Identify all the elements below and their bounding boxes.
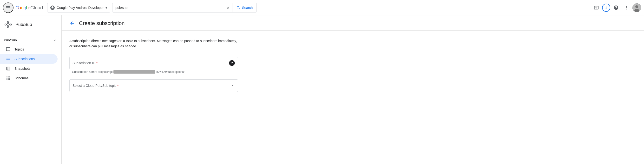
svg-point-19 <box>10 24 12 25</box>
topic-select-label: Select a Cloud Pub/Sub topic * <box>72 84 230 88</box>
more-options-button[interactable] <box>622 3 632 12</box>
search-clear-button[interactable] <box>224 5 232 10</box>
sidebar-item-schemas-label: Schemas <box>14 76 28 80</box>
sidebar-item-snapshots[interactable]: Snapshots <box>0 64 58 73</box>
svg-point-16 <box>8 21 9 23</box>
topic-selector-field: Select a Cloud Pub/Sub topic * <box>69 79 636 92</box>
pubsub-logo <box>4 20 12 29</box>
svg-point-13 <box>635 5 638 8</box>
snapshot-icon <box>6 66 10 71</box>
search-input[interactable] <box>112 6 224 10</box>
required-star: * <box>96 61 98 65</box>
search-button-label: Search <box>242 6 253 10</box>
svg-point-18 <box>5 24 6 25</box>
svg-text:o: o <box>21 5 24 10</box>
sidebar-item-schemas[interactable]: Schemas <box>0 73 58 83</box>
main-layout: Pub/Sub Pub/Sub Topics Subscriptions <box>0 15 644 164</box>
sidebar-item-subscriptions[interactable]: Subscriptions <box>0 54 58 64</box>
sidebar-section: Pub/Sub Topics Subscriptions Snapsh <box>0 35 62 84</box>
svg-text:l: l <box>26 5 27 10</box>
hamburger-button[interactable] <box>3 2 14 13</box>
sidebar-header: Pub/Sub <box>0 17 62 33</box>
main-content: Create subscription A subscription direc… <box>62 15 644 164</box>
sidebar-item-topics-label: Topics <box>14 47 24 51</box>
svg-point-11 <box>54 7 54 8</box>
avatar[interactable] <box>632 3 641 12</box>
google-cloud-logo[interactable]: G o o g l e Cloud <box>16 5 43 10</box>
nav-left: G o o g l e Cloud Google Play Android De… <box>3 2 110 13</box>
svg-text:Cloud: Cloud <box>30 5 43 10</box>
svg-point-7 <box>52 7 54 8</box>
svg-point-15 <box>7 23 10 26</box>
page-header: Create subscription <box>62 15 644 30</box>
svg-point-8 <box>52 6 53 7</box>
project-chevron-icon: ▾ <box>106 6 107 10</box>
chat-icon <box>6 47 10 52</box>
sidebar-item-topics[interactable]: Topics <box>0 44 58 54</box>
subscription-id-input-box[interactable]: Subscription ID * ? <box>69 57 238 69</box>
collapse-icon <box>53 38 58 43</box>
topic-chevron-icon <box>230 83 235 88</box>
nav-right: 1 <box>601 3 641 12</box>
topic-select[interactable]: Select a Cloud Pub/Sub topic * <box>69 79 238 92</box>
notification-badge[interactable]: 1 <box>602 3 610 12</box>
project-name: Google Play Android Developer <box>56 6 104 10</box>
sidebar-section-label: Pub/Sub <box>4 38 17 42</box>
page-body: A subscription directs messages on a top… <box>62 30 644 105</box>
sidebar-section-header[interactable]: Pub/Sub <box>0 36 62 44</box>
svg-point-10 <box>51 7 52 8</box>
page-title: Create subscription <box>79 20 125 26</box>
svg-text:e: e <box>28 5 30 10</box>
svg-text:o: o <box>18 5 21 10</box>
subscription-name-helper: Subscription name: projects/api-████████… <box>69 69 636 74</box>
page-description: A subscription directs messages on a top… <box>69 38 238 49</box>
subscription-id-help-icon[interactable]: ? <box>229 60 235 66</box>
help-button[interactable] <box>611 3 621 12</box>
cloud-shell-button-2[interactable] <box>592 3 601 12</box>
project-icon <box>50 5 55 10</box>
subscription-id-label: Subscription ID * <box>72 61 98 65</box>
back-button[interactable] <box>69 20 75 26</box>
search-submit-button[interactable]: Search <box>232 3 256 12</box>
blurred-project-id: ████████████████████ <box>114 70 155 74</box>
svg-point-17 <box>8 26 9 28</box>
topic-required-star: * <box>117 84 118 88</box>
search-bar: Search <box>112 3 257 12</box>
sidebar-item-subscriptions-label: Subscriptions <box>14 57 35 61</box>
subscription-id-field: Subscription ID * ? Subscription name: p… <box>69 57 636 74</box>
schema-icon <box>6 76 10 81</box>
sidebar-item-snapshots-label: Snapshots <box>14 67 30 70</box>
sidebar-title: Pub/Sub <box>16 22 32 27</box>
top-navigation: G o o g l e Cloud Google Play Android De… <box>0 0 644 15</box>
subscription-id-input[interactable] <box>100 61 227 65</box>
svg-point-9 <box>52 9 53 9</box>
sidebar: Pub/Sub Pub/Sub Topics Subscriptions <box>0 15 62 164</box>
list-icon <box>6 56 10 61</box>
project-selector[interactable]: Google Play Android Developer ▾ <box>47 3 110 12</box>
